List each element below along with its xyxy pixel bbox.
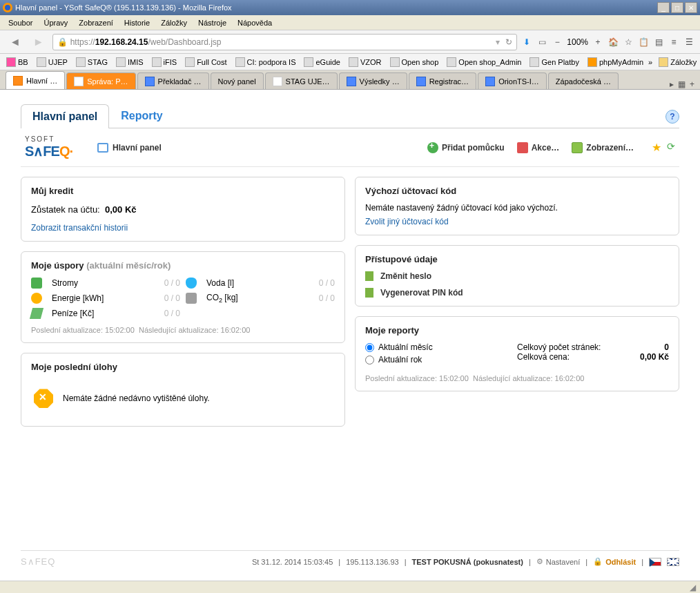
favorite-icon[interactable]: ★ [652,141,661,154]
refresh-icon[interactable]: ⟳ [667,141,675,154]
lock-icon: 🔒 [593,557,603,566]
reports-title: Moje reporty [365,325,669,336]
apptab-reporty[interactable]: Reporty [109,104,174,128]
bookmark-star-icon[interactable]: ☆ [623,37,634,48]
tab-icon [13,76,23,86]
tab-stag[interactable]: STAG UJE… [265,72,338,89]
credit-title: Můj kredit [31,186,335,196]
plus-circle-icon [427,142,438,153]
balance-label: Zůstatek na účtu: [31,204,100,215]
add-gadget-button[interactable]: Přidat pomůcku [427,142,505,153]
forward-button[interactable]: ► [29,34,48,50]
apptab-hlavni[interactable]: Hlavní panel [21,104,109,128]
minus-icon[interactable]: − [552,37,563,48]
menu-icon[interactable]: ☰ [683,37,694,48]
actions-button[interactable]: Akce… [517,142,560,153]
menu-edit[interactable]: Úpravy [38,17,73,28]
maximize-button[interactable]: □ [671,2,683,13]
action-icon[interactable]: ▭ [536,37,547,48]
radio-year[interactable] [365,356,374,364]
tab-icon [485,77,495,86]
settings-link[interactable]: ⚙Nastavení [536,557,581,566]
tab-sprava[interactable]: Správa: P… [66,72,135,89]
feed-icon[interactable]: ▤ [653,37,664,48]
resize-grip-icon[interactable]: ◢ [690,583,696,592]
tab-hlavni[interactable]: Hlavní … [6,71,65,89]
menu-view[interactable]: Zobrazení [73,17,119,28]
billing-msg: Nemáte nastavený žádný účtovací kód jako… [365,203,669,213]
ysoft-logo: YSOFT S∧FEQ· [25,135,72,159]
transaction-history-link[interactable]: Zobrazit transakční historii [31,223,128,233]
menu-bookmarks[interactable]: Záložky [155,17,193,28]
plus-icon[interactable]: + [592,37,603,48]
minimize-button[interactable]: _ [657,2,670,13]
tab-orion[interactable]: OrionTS-I… [478,72,547,89]
bm-fullcost[interactable]: Full Cost [182,56,230,68]
bm-phpmyadmin[interactable]: phpMyAdmin [584,56,647,68]
tab-novy[interactable]: Nový panel [211,72,264,89]
choose-billing-link[interactable]: Zvolit jiný účtovací kód [365,217,449,226]
help-icon[interactable]: ? [665,110,679,124]
menu-help[interactable]: Nápověda [232,17,278,28]
money-icon [30,308,43,319]
menu-tools[interactable]: Nástroje [193,17,232,28]
co2-icon [186,293,197,304]
bm-ci[interactable]: CI: podpora IS [232,56,300,68]
bm-vzor[interactable]: VZOR [345,56,385,68]
tab-zapadoceska[interactable]: Západočeská … [548,72,619,89]
tab-icon [347,77,356,86]
tabs-overflow-icon[interactable]: ▸ [670,79,674,89]
reports-next-update: Následující aktualizace: 16:02:00 [473,374,584,382]
reload-button[interactable]: ↻ [505,37,512,47]
bm-folder-zalozky[interactable]: Záložky [655,56,700,68]
panel-access: Přístupové údaje Změnit heslo Vygenerova… [355,245,679,307]
zoom-level: 100% [567,37,588,47]
radio-year-label: Aktuální rok [378,355,422,364]
menu-bar: Soubor Úpravy Zobrazení Historie Záložky… [0,15,700,30]
view-button[interactable]: Zobrazení… [572,142,634,153]
flag-cz-icon[interactable] [649,558,661,566]
tabs-list-icon[interactable]: ▦ [678,79,686,89]
back-button[interactable]: ◄ [6,34,25,50]
bm-chevrons-icon[interactable]: » [648,58,652,66]
nav-toolbar: ◄ ► 🔒 https://192.168.24.15/web/Dashboar… [0,30,700,54]
bm-ifis[interactable]: iFIS [148,56,181,68]
bm-imis[interactable]: IMIS [113,56,147,68]
bm-openshop[interactable]: Open shop [387,56,443,68]
clipboard-icon[interactable]: 📋 [638,37,649,48]
flag-uk-icon[interactable] [667,558,679,566]
bm-genplatby[interactable]: Gen Platby [526,56,582,68]
square-icon [365,271,373,281]
change-password-link[interactable]: Změnit heslo [365,271,669,281]
tab-icon [145,77,155,86]
tab-registrace[interactable]: Registrac… [409,72,476,89]
radio-month-label: Aktuální měsíc [378,342,433,352]
generate-pin-link[interactable]: Vygenerovat PIN kód [365,288,669,298]
bm-eguide[interactable]: eGuide [300,56,343,68]
bm-ujep[interactable]: UJEP [33,56,71,68]
logout-link[interactable]: 🔒Odhlásit [593,557,636,566]
bm-bb[interactable]: BB [3,56,32,68]
radio-month[interactable] [365,343,374,352]
bm-stag[interactable]: STAG [72,56,111,68]
menu-file[interactable]: Soubor [3,17,38,28]
list-icon[interactable]: ≡ [668,37,679,48]
savings-last-update: Poslední aktualizace: 15:02:00 [31,326,135,334]
url-bar[interactable]: 🔒 https://192.168.24.15/web/Dashboard.js… [52,34,518,50]
balance-value: 0,00 Kč [105,204,137,215]
new-tab-button[interactable]: + [690,79,694,89]
close-button[interactable]: ✕ [685,2,697,13]
jobs-title: Moje poslední úlohy [31,362,335,372]
bm-openshop-admin[interactable]: Open shop_Admin [443,56,525,68]
dropdown-icon[interactable]: ▾ [496,37,500,47]
bookmark-toolbar: BB UJEP STAG IMIS iFIS Full Cost CI: pod… [0,54,700,70]
delete-icon [517,142,528,153]
tab-vysledky[interactable]: Výsledky … [339,72,407,89]
menu-history[interactable]: Historie [119,17,155,28]
tab-prekladac[interactable]: Překladač … [137,72,209,89]
row-co2: CO2 [kg] [206,293,288,304]
view-icon [572,142,583,153]
download-icon[interactable]: ⬇ [521,37,532,48]
row-trees: Stromy [52,278,133,288]
home-icon[interactable]: 🏠 [607,37,619,48]
